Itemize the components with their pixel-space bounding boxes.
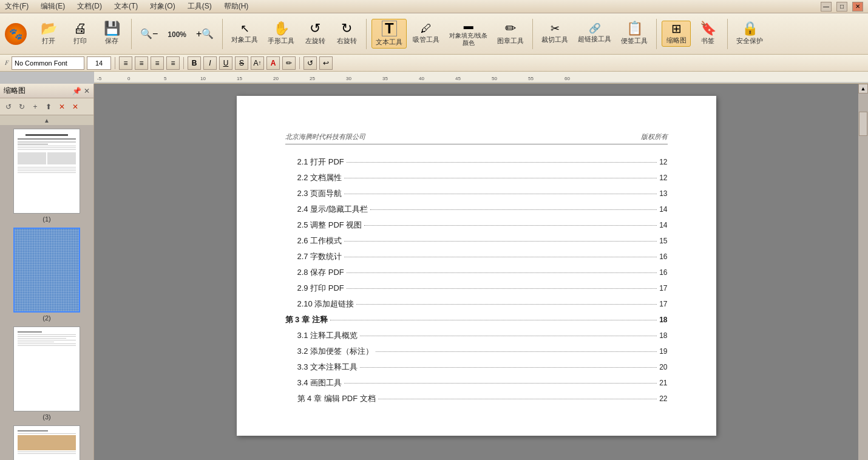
toc-dots-13 <box>360 367 657 368</box>
fill-color-tool[interactable]: ▬ 对象填充/线条颜色 <box>446 20 491 48</box>
thumbnail-box-4 <box>13 425 80 460</box>
rotate-left-tool[interactable]: ↺ 左旋转 <box>300 21 330 47</box>
toc-title-3: 2.4 显示/隐藏工具栏 <box>297 204 368 215</box>
thumbnail-item-4[interactable]: (4) <box>4 425 90 460</box>
zoom-in-icon: +🔍 <box>196 29 214 39</box>
sidebar-close-icon[interactable]: ✕ <box>84 87 90 95</box>
toc-entry-13: 3.3 文本注释工具20 <box>285 362 668 373</box>
superscript-btn[interactable]: A↑ <box>251 56 264 70</box>
thumbnail-item-2[interactable]: (2) <box>4 228 90 322</box>
suction-tool[interactable]: 🖊 吸管工具 <box>409 22 443 46</box>
minimize-button[interactable]: — <box>821 2 832 12</box>
menu-edit[interactable]: 编辑(E) <box>41 1 65 12</box>
bookmark-tool[interactable]: 🔖 书签 <box>693 21 722 47</box>
align-left-btn[interactable]: ≡ <box>119 56 132 70</box>
font-name-input[interactable]: No Common Font <box>12 56 84 70</box>
hand-tool[interactable]: ✋ 手形工具 <box>264 21 298 47</box>
underline-btn[interactable]: U <box>219 56 232 70</box>
hand-tool-label: 手形工具 <box>268 36 294 46</box>
svg-text:25: 25 <box>310 76 315 81</box>
thumbnail-item-1[interactable]: (1) <box>4 129 90 223</box>
svg-text:50: 50 <box>492 76 497 81</box>
sidebar-add-btn[interactable]: + <box>29 101 41 113</box>
highlight-btn[interactable]: ✏ <box>282 56 296 70</box>
pdf-area[interactable]: 北京海腾时代科技有限公司 版权所有 2.1 打开 PDF122.2 文档属性12… <box>94 84 858 460</box>
crop-tool[interactable]: ✂ 裁切工具 <box>538 22 572 46</box>
svg-text:40: 40 <box>419 76 424 81</box>
font-color-btn[interactable]: A <box>266 56 280 70</box>
save-icon: 💾 <box>104 22 120 35</box>
thumbnail-tool[interactable]: ⊞ 缩略图 <box>662 21 691 47</box>
thumbnail-label-3: (3) <box>42 413 50 421</box>
sidebar-scroll-up[interactable]: ▲ <box>0 115 93 125</box>
toolbar-divider-3 <box>366 19 367 49</box>
sidebar-pin-icon[interactable]: 📌 <box>72 87 81 95</box>
sidebar-prev-btn[interactable]: ↺ <box>2 101 15 113</box>
thumbnail-item-3[interactable]: (3) <box>4 326 90 421</box>
toc-dots-5 <box>344 241 657 242</box>
scroll-thumb[interactable] <box>859 112 867 136</box>
menu-document[interactable]: 文档(D) <box>77 1 102 12</box>
toc-title-10: 第 3 章 注释 <box>285 314 328 325</box>
svg-text:15: 15 <box>237 76 242 81</box>
bold-btn[interactable]: B <box>188 56 201 70</box>
align-right-btn[interactable]: ≡ <box>151 56 164 70</box>
hyperlink-tool[interactable]: 🔗 超链接工具 <box>574 22 615 45</box>
suction-icon: 🖊 <box>421 23 432 34</box>
toc-page-7: 16 <box>659 268 667 277</box>
toc-dots-1 <box>344 178 657 178</box>
menu-file[interactable]: 文件(F) <box>5 1 29 12</box>
toc-dots-2 <box>344 194 657 194</box>
toc-title-13: 3.3 文本注释工具 <box>297 362 358 373</box>
fill-color-label: 对象填充/线条颜色 <box>449 32 487 47</box>
ruler-inner: -5 0 5 10 15 20 25 30 35 40 45 50 55 60 <box>94 72 868 83</box>
align-justify-btn[interactable]: ≡ <box>166 56 180 70</box>
text-tool[interactable]: T 文本工具 <box>371 19 407 49</box>
menu-object[interactable]: 对象(O) <box>150 1 175 12</box>
scroll-up-btn[interactable]: ▲ <box>858 84 868 93</box>
clear-btn[interactable]: ↺ <box>303 56 317 70</box>
menu-help[interactable]: 帮助(H) <box>224 1 249 12</box>
undo-btn[interactable]: ↩ <box>319 56 333 70</box>
hand-tool-icon: ✋ <box>273 22 290 35</box>
italic-btn[interactable]: I <box>203 56 217 70</box>
font-size-input[interactable]: 14 <box>87 56 111 70</box>
zoom-out-tool[interactable]: 🔍− <box>137 28 161 40</box>
rotate-right-tool[interactable]: ↻ 右旋转 <box>332 21 361 47</box>
thumbnail-box-2 <box>13 228 80 313</box>
drawing-tool[interactable]: ✏ 图章工具 <box>493 21 527 47</box>
zoom-in-tool[interactable]: +🔍 <box>192 28 217 40</box>
maximize-button[interactable]: □ <box>836 2 847 12</box>
rotate-left-label: 左旋转 <box>305 36 325 46</box>
sidebar-export-btn[interactable]: ⬆ <box>42 101 55 113</box>
open-tool[interactable]: 📂 打开 <box>34 21 63 47</box>
security-tool[interactable]: 🔒 安全保护 <box>733 21 767 47</box>
thumbnail-label: 缩略图 <box>666 36 687 45</box>
open-label: 打开 <box>42 36 55 46</box>
hyperlink-icon: 🔗 <box>589 24 601 33</box>
toolbar-divider-2 <box>222 19 223 49</box>
toc-page-10: 18 <box>659 316 667 324</box>
print-tool[interactable]: 🖨 打印 <box>66 21 95 47</box>
scroll-track[interactable] <box>858 93 868 460</box>
vertical-scrollbar[interactable]: ▲ ▼ <box>858 84 868 460</box>
toc-entry-12: 3.2 添加便签（标注）19 <box>285 346 668 357</box>
svg-rect-0 <box>94 72 868 84</box>
sidebar-next-btn[interactable]: ↻ <box>16 101 28 113</box>
sticky-tool[interactable]: 📋 便签工具 <box>617 21 651 47</box>
close-button[interactable]: ✕ <box>852 2 863 12</box>
toc-entry-5: 2.6 工作模式15 <box>285 235 668 246</box>
align-center-btn[interactable]: ≡ <box>135 56 148 70</box>
menu-tools[interactable]: 工具(S) <box>188 1 212 12</box>
menu-text[interactable]: 文本(T) <box>114 1 138 12</box>
save-tool[interactable]: 💾 保存 <box>97 21 126 47</box>
toc-entry-10: 第 3 章 注释18 <box>285 314 668 325</box>
strikethrough-btn[interactable]: S <box>235 56 248 70</box>
object-tool[interactable]: ↖ 对象工具 <box>228 22 262 46</box>
app-logo: 🐾 <box>5 23 27 45</box>
svg-text:20: 20 <box>273 76 279 81</box>
toc-dots-9 <box>356 304 657 305</box>
toc-page-14: 21 <box>659 379 667 387</box>
sidebar-delete1-btn[interactable]: ✕ <box>56 101 68 113</box>
sidebar-delete2-btn[interactable]: ✕ <box>69 101 81 113</box>
